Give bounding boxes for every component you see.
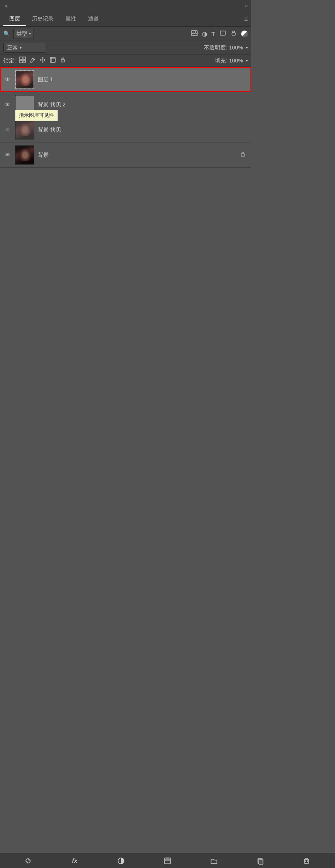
blend-mode-row: 正常 ▾ 不透明度: 100% ▾: [0, 41, 251, 54]
lock-image-icon[interactable]: [29, 57, 36, 65]
tab-history[interactable]: 历史记录: [26, 13, 59, 26]
fill-group: 填充: 100% ▾: [215, 57, 248, 65]
lock-icons-group: [19, 57, 66, 65]
group-layers-icon[interactable]: [208, 855, 220, 867]
opacity-chevron[interactable]: ▾: [246, 45, 248, 50]
svg-rect-2: [220, 31, 225, 35]
blend-mode-label: 正常: [7, 44, 18, 52]
filter-lock-icon[interactable]: [230, 30, 237, 38]
layer4-visibility-eye[interactable]: 👁: [3, 152, 12, 158]
blend-chevron: ▾: [20, 45, 22, 50]
layer3-name: 背景 拷贝: [38, 126, 248, 134]
layer1-name: 图层 1: [38, 76, 248, 83]
tabs-list: 图层 历史记录 属性 通道: [3, 13, 105, 26]
svg-rect-11: [61, 59, 64, 62]
layer2-name: 背景 拷贝 2: [38, 101, 248, 108]
eye-open-icon: 👁: [5, 152, 10, 158]
layer-item-layer3[interactable]: 👁 背景 拷贝: [0, 117, 251, 142]
layer-item-layer4[interactable]: 👁 背景: [0, 142, 251, 168]
layer-item-layer2[interactable]: 👁 背景 拷贝 2 指示图层可见性: [0, 92, 251, 117]
add-adjustment-icon[interactable]: [115, 855, 127, 867]
filter-image-icon[interactable]: [191, 30, 198, 38]
svg-rect-12: [241, 154, 245, 156]
bottom-toolbar: fx: [0, 853, 251, 868]
svg-rect-7: [23, 60, 26, 63]
layer4-thumbnail: [15, 145, 34, 165]
opacity-group: 不透明度: 100% ▾: [204, 44, 248, 52]
type-filter-select[interactable]: 类型 ▾: [13, 29, 34, 39]
lock-artboard-icon[interactable]: [49, 57, 56, 65]
layer2-visibility-eye[interactable]: 👁: [3, 101, 12, 108]
link-layers-icon[interactable]: [22, 855, 34, 867]
layer4-lock-icon: [240, 151, 246, 159]
tab-layers[interactable]: 图层: [3, 13, 26, 26]
layer-effects-icon[interactable]: fx: [69, 855, 80, 867]
filter-shape-icon[interactable]: [219, 30, 226, 38]
fill-chevron[interactable]: ▾: [246, 58, 248, 63]
fill-label: 填充:: [215, 57, 227, 65]
eye-open-icon: 👁: [5, 101, 10, 108]
tab-channels[interactable]: 通道: [82, 13, 105, 26]
collapse-icon[interactable]: «: [245, 3, 248, 9]
svg-rect-6: [20, 60, 22, 63]
top-bar-right: «: [245, 3, 248, 9]
lock-all-icon[interactable]: [59, 57, 66, 65]
svg-rect-4: [20, 57, 22, 59]
type-filter-chevron: ▾: [29, 31, 31, 36]
svg-rect-8: [50, 57, 55, 62]
search-icon: 🔍: [3, 31, 10, 37]
blend-mode-select[interactable]: 正常 ▾: [3, 43, 45, 53]
panel-menu-icon[interactable]: ≡: [244, 16, 248, 23]
empty-canvas-area: [0, 168, 251, 853]
opacity-label: 不透明度:: [204, 44, 227, 52]
eye-open-icon: 👁: [5, 127, 10, 133]
opacity-value[interactable]: 100%: [229, 44, 244, 51]
filter-row: 🔍 类型 ▾ ◑ T: [0, 27, 251, 41]
svg-rect-5: [23, 57, 26, 59]
add-mask-icon[interactable]: [162, 855, 173, 867]
eye-open-icon: 👁: [5, 76, 10, 83]
tabs-bar: 图层 历史记录 属性 通道 ≡: [0, 12, 251, 27]
layer2-thumbnail: [15, 95, 34, 114]
layer4-name: 背景: [38, 151, 236, 159]
filter-text-icon[interactable]: T: [211, 30, 215, 37]
lock-row-label: 锁定:: [3, 57, 16, 65]
filter-adjustment-icon[interactable]: ◑: [202, 30, 207, 38]
filter-toggle-icon[interactable]: [241, 31, 248, 37]
top-bar: × «: [0, 0, 251, 12]
layer1-thumbnail: [15, 70, 34, 89]
tab-properties[interactable]: 属性: [59, 13, 82, 26]
lock-pixels-icon[interactable]: [19, 57, 26, 65]
layer3-thumbnail: [15, 120, 34, 140]
layer-list: 👁 图层 1 👁 背景 拷贝 2 指示图层可见性 👁 背景 拷贝 👁: [0, 67, 251, 168]
fill-value[interactable]: 100%: [229, 57, 244, 64]
lock-row: 锁定: 填充: 100% ▾: [0, 54, 251, 67]
close-button[interactable]: ×: [3, 3, 9, 9]
svg-point-1: [195, 31, 196, 33]
layer-item-layer1[interactable]: 👁 图层 1: [0, 67, 251, 92]
layer1-visibility-eye[interactable]: 👁: [3, 76, 12, 83]
lock-position-icon[interactable]: [39, 57, 46, 65]
top-bar-left: ×: [3, 3, 9, 9]
type-filter-label: 类型: [16, 30, 27, 38]
svg-rect-3: [232, 33, 235, 35]
layer3-visibility-eye[interactable]: 👁: [3, 127, 12, 133]
filter-icons-group: ◑ T: [191, 30, 248, 38]
